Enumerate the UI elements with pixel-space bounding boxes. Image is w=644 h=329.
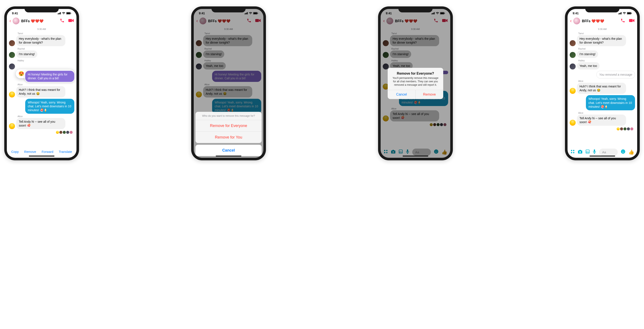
message-bubble[interactable]: I'm starving! bbox=[16, 51, 38, 58]
sender-label: Alice bbox=[578, 112, 635, 114]
svg-rect-25 bbox=[629, 19, 633, 22]
sender-label: Alice bbox=[578, 80, 635, 82]
apps-icon[interactable] bbox=[570, 149, 575, 155]
avatar[interactable] bbox=[570, 88, 576, 94]
chat-avatar[interactable] bbox=[12, 18, 20, 24]
message-input[interactable]: Aa bbox=[599, 149, 618, 156]
avatar[interactable] bbox=[9, 92, 15, 98]
svg-point-26 bbox=[571, 150, 572, 151]
home-indicator[interactable] bbox=[29, 156, 54, 156]
svg-point-34 bbox=[622, 151, 623, 151]
home-indicator[interactable] bbox=[590, 156, 615, 156]
forward-button[interactable]: Forward bbox=[42, 150, 54, 153]
message-bubble[interactable]: I'm starving! bbox=[577, 51, 598, 58]
alert-title: Remove for Everyone? bbox=[391, 72, 440, 76]
alert-remove-button[interactable]: Remove bbox=[416, 90, 444, 99]
message-bubble[interactable]: Tell Andy hi -- see all of you soon! 🍣 bbox=[577, 115, 626, 126]
message-bubble[interactable]: Hey everybody - what's the plan for dinn… bbox=[577, 35, 626, 46]
sender-label: Rachel bbox=[18, 48, 74, 50]
phone-mockup-1: 9:41 ‹ BFFs ❤️❤️❤️ 9:30 AM Tanvi Hey eve… bbox=[4, 7, 79, 160]
svg-point-33 bbox=[621, 149, 625, 154]
confirm-alert: Remove for Everyone? You'll permanently … bbox=[388, 68, 443, 99]
call-icon[interactable] bbox=[620, 18, 625, 24]
seen-indicators bbox=[570, 127, 635, 131]
message-list[interactable]: TanviHey everybody - what's the plan for… bbox=[568, 32, 637, 131]
chat-title[interactable]: BFFs ❤️❤️❤️ bbox=[582, 19, 619, 23]
chat-title[interactable]: BFFs ❤️❤️❤️ bbox=[21, 19, 58, 23]
message-list[interactable]: Tanvi Hey everybody - what's the plan fo… bbox=[7, 32, 76, 135]
message-bubble[interactable]: Huh? I think that was meant for Andy, no… bbox=[16, 86, 65, 97]
mic-icon[interactable] bbox=[593, 149, 596, 155]
avatar[interactable] bbox=[9, 40, 15, 46]
video-icon[interactable] bbox=[629, 18, 634, 24]
remove-button[interactable]: Remove bbox=[24, 150, 36, 153]
alert-body: You'll permanently remove this message f… bbox=[391, 76, 440, 87]
message-bubble[interactable]: Hey everybody - what's the plan for dinn… bbox=[16, 35, 65, 46]
svg-rect-24 bbox=[632, 13, 632, 14]
copy-button[interactable]: Copy bbox=[11, 150, 19, 153]
battery-icon bbox=[627, 12, 632, 15]
sender-label: Rachel bbox=[578, 48, 635, 50]
notch bbox=[585, 7, 620, 13]
phone-mockup-3: 9:41 ‹ BFFs ❤️❤️❤️ 9:30 AM TanviHey ever… bbox=[378, 7, 453, 160]
svg-rect-1 bbox=[67, 13, 70, 14]
chat-header: ‹ BFFs ❤️❤️❤️ bbox=[568, 16, 637, 27]
call-icon[interactable] bbox=[60, 18, 64, 24]
sender-label: Hailey bbox=[18, 59, 74, 62]
avatar[interactable] bbox=[570, 120, 576, 126]
emoji-icon[interactable] bbox=[621, 149, 626, 155]
message-bubble[interactable]: Tell Andy hi -- see all of you soon! 🍣 bbox=[16, 118, 65, 129]
phone-mockup-4: 9:41 ‹ BFFs ❤️❤️❤️ 9:30 AM TanviHey ever… bbox=[565, 7, 640, 160]
back-icon[interactable]: ‹ bbox=[570, 18, 572, 24]
svg-rect-3 bbox=[68, 19, 72, 22]
message-bubble[interactable]: Yeah, me too bbox=[577, 62, 600, 70]
back-icon[interactable]: ‹ bbox=[10, 18, 11, 24]
cancel-button[interactable]: Cancel bbox=[196, 145, 262, 156]
wifi-icon bbox=[62, 12, 65, 15]
remove-you-button[interactable]: Remove for You bbox=[196, 132, 262, 143]
battery-icon bbox=[66, 12, 71, 15]
home-indicator[interactable] bbox=[216, 156, 241, 156]
message-bubble-own[interactable]: Whoops! Yeah, sorry. Wrong chat. Let's m… bbox=[25, 99, 74, 114]
home-indicator[interactable] bbox=[403, 156, 428, 156]
alert-cancel-button[interactable]: Cancel bbox=[388, 90, 416, 99]
screen: 9:41 ‹ BFFs ❤️❤️❤️ 9:30 AM TanviHey ever… bbox=[194, 9, 263, 158]
sender-label: Tanvi bbox=[18, 32, 74, 35]
like-icon[interactable]: 👍 bbox=[628, 149, 634, 155]
svg-point-29 bbox=[573, 152, 574, 153]
translate-button[interactable]: Translate bbox=[59, 150, 72, 153]
context-menu: Copy Remove Forward Translate bbox=[7, 147, 76, 156]
remove-everyone-button[interactable]: Remove for Everyone bbox=[196, 120, 262, 132]
screen: 9:41 ‹ BFFs ❤️❤️❤️ 9:30 AM Tanvi Hey eve… bbox=[7, 9, 76, 158]
svg-rect-32 bbox=[594, 149, 595, 152]
phone-mockup-2: 9:41 ‹ BFFs ❤️❤️❤️ 9:30 AM TanviHey ever… bbox=[191, 7, 266, 160]
avatar[interactable] bbox=[9, 64, 15, 70]
action-sheet: Who do you want to remove this message f… bbox=[196, 112, 262, 156]
gallery-icon[interactable] bbox=[586, 149, 590, 155]
seen-indicators bbox=[9, 130, 74, 135]
message-bubble-own[interactable]: Hi honey! Meeting the girls for dinner. … bbox=[25, 71, 74, 82]
notch bbox=[24, 7, 59, 13]
chat-header: ‹ BFFs ❤️❤️❤️ bbox=[7, 16, 76, 27]
camera-icon[interactable] bbox=[578, 149, 582, 155]
svg-point-27 bbox=[573, 150, 574, 151]
avatar[interactable] bbox=[9, 123, 15, 129]
video-icon[interactable] bbox=[68, 18, 74, 24]
status-time: 9:41 bbox=[12, 12, 18, 15]
sheet-title: Who do you want to remove this message f… bbox=[196, 112, 262, 120]
avatar[interactable] bbox=[570, 64, 576, 70]
chat-avatar[interactable] bbox=[573, 18, 580, 24]
svg-point-35 bbox=[624, 151, 624, 151]
avatar[interactable] bbox=[570, 40, 576, 46]
avatar[interactable] bbox=[9, 52, 15, 58]
removed-message-bubble[interactable]: You removed a message bbox=[596, 71, 635, 79]
wifi-icon bbox=[623, 12, 626, 15]
screen: 9:41 ‹ BFFs ❤️❤️❤️ 9:30 AM TanviHey ever… bbox=[381, 9, 450, 158]
composer: Aa 👍 bbox=[568, 149, 637, 156]
message-bubble-own[interactable]: Whoops! Yeah, sorry. Wrong chat. Let's m… bbox=[586, 95, 635, 110]
cellular-icon bbox=[618, 12, 622, 14]
reaction-love-icon[interactable]: 😍 bbox=[18, 71, 24, 77]
message-bubble[interactable]: Huh? I think that was meant for Andy, no… bbox=[577, 83, 626, 94]
sender-label: Tanvi bbox=[578, 32, 635, 35]
avatar[interactable] bbox=[570, 52, 576, 58]
